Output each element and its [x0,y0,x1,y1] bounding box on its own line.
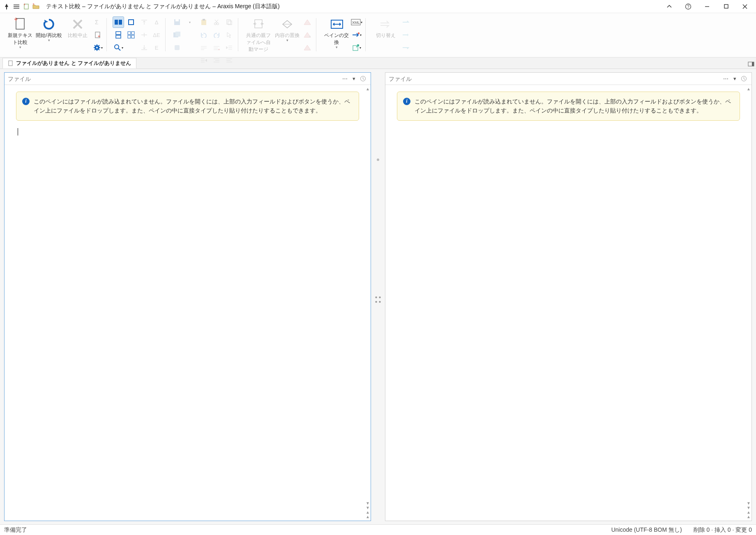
history-icon[interactable] [739,74,748,83]
indent-right-icon [198,55,210,66]
svg-point-31 [217,23,219,25]
active-tab[interactable]: ファイルがありません と ファイルがありません [2,58,136,69]
sync-dots: ● ●● ● [375,295,381,304]
left-file-input[interactable] [8,76,340,82]
file-plus-icon[interactable]: + [92,29,104,41]
file-icon [8,60,14,66]
xml-icon[interactable]: XML▾ [351,16,362,28]
workspace: ⋯ ▾ ▲ i このペインにはファイルが読み込まれていません。ファイルを開くには… [0,69,756,524]
svg-rect-20 [128,35,131,38]
svg-rect-44 [752,62,754,66]
hamburger-icon[interactable] [12,0,21,13]
left-filebar: ⋯ ▾ [5,73,371,85]
label: ペインの交換 [323,32,350,46]
sw1-icon [400,16,412,28]
left-editor[interactable]: ▲ i このペインにはファイルが読み込まれていません。ファイルを開くには、上部の… [5,85,371,521]
export-icon[interactable]: ▾ [351,42,362,53]
layout-single-icon[interactable] [125,16,137,28]
svg-rect-19 [131,32,134,34]
jump-delta-icon: Δ [151,16,162,28]
left-pane: ⋯ ▾ ▲ i このペインにはファイルが読み込まれていません。ファイルを開くには… [4,72,371,521]
svg-rect-15 [129,20,134,25]
minimize-button[interactable] [698,0,717,13]
svg-point-12 [96,47,98,48]
zoom-icon[interactable]: ▾ [113,42,124,53]
tip-text: このペインにはファイルが読み込まれていません。ファイルを開くには、上部の入力フィ… [34,97,353,115]
tab-bar: ファイルがありません と ファイルがありません [0,57,756,69]
svg-point-40 [358,32,360,34]
svg-rect-17 [116,35,121,38]
right-editor[interactable]: ▲ i このペインにはファイルが読み込まれていません。ファイルを開くには、上部の… [385,85,751,521]
svg-text:+: + [32,3,35,6]
history-icon[interactable] [358,74,367,83]
label: 切り替え [376,32,396,39]
status-bar: 準備完了 Unicode (UTF-8 BOM 無し) 削除 0 · 挿入 0 … [0,524,756,535]
svg-rect-13 [115,20,118,25]
save-all-icon [171,29,183,41]
wrap2-icon [211,42,222,53]
jump-e-icon: E [151,42,162,53]
new-file-icon[interactable]: + [21,0,31,13]
settings-icon[interactable]: ▾ [92,42,104,53]
help-button[interactable]: ? [679,0,698,13]
warn1-icon [302,16,313,28]
titlebar: + + テキスト比較 – ファイルがありません と ファイルがありません – A… [0,0,756,13]
svg-rect-29 [203,19,205,21]
right-file-input[interactable] [389,76,721,82]
redo-icon [211,29,222,41]
maximize-button[interactable] [717,0,735,13]
indent4-icon [224,55,235,66]
svg-rect-5 [724,5,728,8]
new-text-compare-button[interactable]: + 新規テキスト比較 ▾ [6,16,35,51]
info-tip: i このペインにはファイルが読み込まれていません。ファイルを開くには、上部の入力… [397,92,740,121]
close-button[interactable] [735,0,754,13]
right-pane: ⋯ ▾ ▲ i このペインにはファイルが読み込まれていません。ファイルを開くには… [385,72,752,521]
layout-horizontal-icon[interactable] [113,16,124,28]
replace-content-button: 内容の置換 ▾ [273,16,302,44]
wrap1-icon [198,42,210,53]
svg-text:?: ? [687,5,689,9]
window-title: テキスト比較 – ファイルがありません と ファイルがありません – Araxi… [41,3,280,10]
swap-panes-button[interactable]: ペインの交換 ▾ [322,16,351,51]
dropdown-icon[interactable]: ▾ [349,74,358,83]
save-dropdown-icon: ▾ [184,16,196,28]
align-top-icon [138,16,150,28]
info-icon: i [22,98,30,105]
layout-vertical-icon[interactable] [113,29,124,41]
label: 共通の親ファイルへ自動マージ [245,32,272,53]
arrow-right-icon[interactable]: ▾ [351,29,362,41]
link-dot [377,158,379,161]
label: 比較中止 [68,32,88,39]
page-break-icon [171,42,183,53]
warn2-icon [302,29,313,41]
svg-point-22 [115,45,119,49]
svg-rect-14 [119,20,122,25]
undo-icon [198,29,210,41]
warn3-icon [302,42,313,53]
sw2-icon [400,29,412,41]
auto-merge-button: 共通の親ファイルへ自動マージ [244,16,273,55]
layout-grid-icon[interactable] [125,29,137,41]
indent3-icon [211,55,222,66]
svg-rect-16 [116,32,121,34]
more-icon[interactable]: ⋯ [340,74,349,83]
svg-rect-27 [175,45,180,50]
svg-rect-21 [131,35,134,38]
svg-point-36 [309,36,311,37]
new-folder-icon[interactable]: + [31,0,41,13]
svg-text:+: + [23,3,25,7]
panel-toggle-icon[interactable] [745,59,756,69]
svg-point-30 [214,23,217,25]
paste-icon [198,16,210,28]
collapse-ribbon-button[interactable] [660,0,679,13]
switch-button: 切り替え [371,16,400,41]
more-icon[interactable]: ⋯ [721,74,730,83]
save-icon [171,16,183,28]
dropdown-icon[interactable]: ▾ [730,74,739,83]
start-recompare-button[interactable]: 開始/再比較 ▾ [35,16,63,44]
align-bottom-icon [138,42,150,53]
svg-rect-32 [227,20,230,24]
svg-text:Σ: Σ [95,19,99,25]
svg-rect-42 [9,61,12,66]
status-encoding: Unicode (UTF-8 BOM 無し) [611,526,682,534]
